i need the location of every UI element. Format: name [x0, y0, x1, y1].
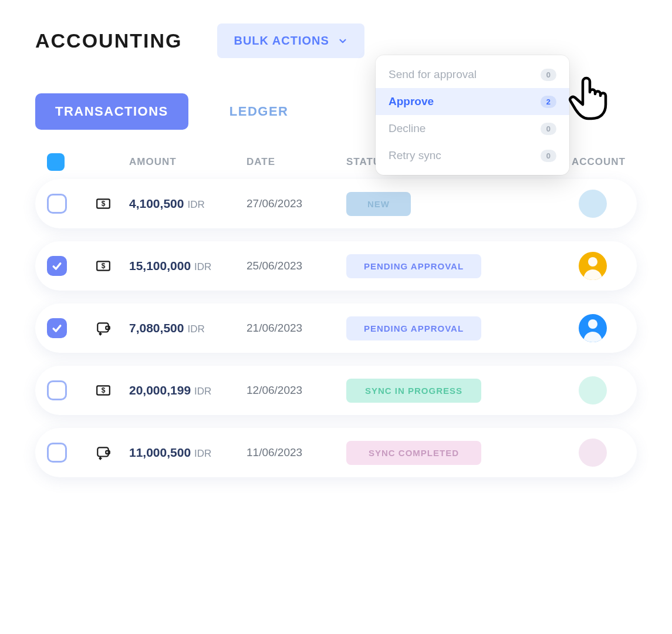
date-value: 25/06/2023 — [246, 259, 346, 272]
status-badge: NEW — [346, 192, 411, 216]
account-avatar[interactable] — [579, 252, 607, 280]
amount-currency: IDR — [194, 261, 211, 273]
table-row[interactable]: 11,000,500IDR11/06/2023SYNC COMPLETED — [35, 428, 637, 477]
check-icon — [51, 260, 63, 272]
menu-item-label: Decline — [389, 122, 426, 135]
menu-item-count: 2 — [541, 96, 556, 108]
cash-icon — [94, 383, 129, 398]
cash-icon — [94, 258, 129, 274]
row-checkbox[interactable] — [47, 194, 67, 214]
person-icon — [579, 314, 607, 342]
amount-value: 15,100,000 — [129, 259, 191, 273]
amount-currency: IDR — [194, 448, 211, 460]
status-badge: SYNC COMPLETED — [346, 441, 481, 465]
tab-transactions[interactable]: TRANSACTIONS — [35, 93, 188, 130]
check-icon — [51, 322, 63, 334]
row-checkbox[interactable] — [47, 256, 67, 276]
select-all-checkbox[interactable] — [47, 153, 65, 171]
page-title: ACCOUNTING — [35, 29, 182, 52]
menu-item-decline[interactable]: Decline 0 — [376, 115, 569, 142]
column-header-amount: AMOUNT — [129, 156, 246, 168]
amount-value: 20,000,199 — [129, 383, 191, 397]
menu-item-send-for-approval[interactable]: Send for approval 0 — [376, 61, 569, 88]
bulk-actions-label: BULK ACTIONS — [234, 34, 329, 48]
amount-currency: IDR — [194, 386, 211, 397]
date-value: 11/06/2023 — [246, 446, 346, 459]
cursor-hand-icon — [563, 69, 620, 126]
menu-item-approve[interactable]: Approve 2 — [376, 88, 569, 115]
status-badge: PENDING APPROVAL — [346, 316, 481, 340]
amount-value: 11,000,500 — [129, 446, 191, 460]
wallet-incoming-icon — [94, 445, 129, 460]
wallet-incoming-icon — [94, 321, 129, 336]
account-avatar[interactable] — [579, 439, 607, 467]
date-value: 27/06/2023 — [246, 197, 346, 210]
row-checkbox[interactable] — [47, 443, 67, 463]
person-icon — [579, 252, 607, 280]
row-checkbox[interactable] — [47, 318, 67, 338]
date-value: 21/06/2023 — [246, 322, 346, 335]
bulk-actions-button[interactable]: BULK ACTIONS — [217, 23, 364, 58]
menu-item-count: 0 — [541, 69, 556, 81]
table-row[interactable]: 4,100,500IDR27/06/2023NEW — [35, 179, 637, 228]
menu-item-label: Send for approval — [389, 68, 477, 81]
account-avatar[interactable] — [579, 314, 607, 342]
chevron-down-icon — [337, 36, 348, 46]
menu-item-count: 0 — [541, 150, 556, 162]
bulk-actions-menu: Send for approval 0 Approve 2 Decline 0 … — [376, 55, 569, 175]
column-header-account: ACCOUNT — [572, 156, 625, 168]
table-row[interactable]: 15,100,000IDR25/06/2023PENDING APPROVAL — [35, 241, 637, 291]
account-avatar[interactable] — [579, 376, 607, 404]
amount-currency: IDR — [187, 199, 204, 211]
amount-value: 7,080,500 — [129, 321, 184, 335]
status-badge: SYNC IN PROGRESS — [346, 379, 481, 403]
table-row[interactable]: 7,080,500IDR21/06/2023PENDING APPROVAL — [35, 303, 637, 353]
status-badge: PENDING APPROVAL — [346, 254, 481, 278]
amount-currency: IDR — [187, 323, 204, 335]
tab-ledger[interactable]: LEDGER — [210, 93, 309, 130]
table-row[interactable]: 20,000,199IDR12/06/2023SYNC IN PROGRESS — [35, 366, 637, 415]
menu-item-retry-sync[interactable]: Retry sync 0 — [376, 142, 569, 169]
menu-item-count: 0 — [541, 123, 556, 135]
menu-item-label: Approve — [389, 95, 434, 108]
date-value: 12/06/2023 — [246, 384, 346, 397]
row-checkbox[interactable] — [47, 380, 67, 400]
cash-icon — [94, 196, 129, 211]
menu-item-label: Retry sync — [389, 149, 441, 162]
account-avatar[interactable] — [579, 190, 607, 218]
column-header-date: DATE — [246, 156, 346, 168]
amount-value: 4,100,500 — [129, 197, 184, 211]
